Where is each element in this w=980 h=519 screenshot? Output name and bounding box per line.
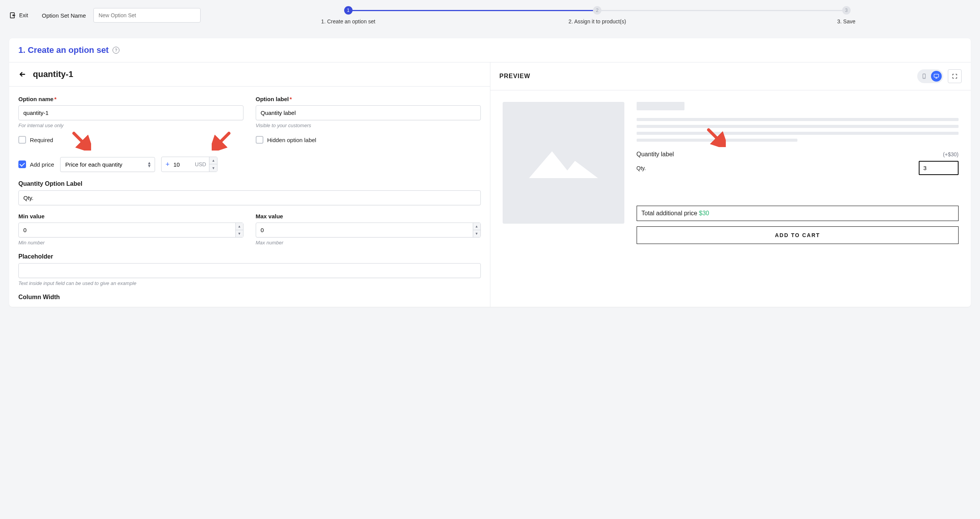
max-value-label: Max value	[256, 213, 481, 219]
preview-title: PREVIEW	[500, 73, 531, 80]
plus-icon: +	[162, 160, 173, 169]
hidden-checkbox[interactable]	[256, 136, 263, 144]
main-card: 1. Create an option set ? quantity-1 Opt…	[9, 38, 971, 307]
option-name-help: For internal use only	[18, 123, 243, 128]
option-set-name-label: Option Set Name	[42, 12, 86, 19]
currency-label: USD	[192, 161, 209, 167]
qty-option-label-heading: Quantity Option Label	[18, 180, 481, 187]
wizard-steps: 1 1. Create an option set 2 2. Assign it…	[224, 6, 971, 25]
skeleton-line	[637, 132, 959, 135]
preview-price-addon: (+$30)	[943, 151, 959, 157]
left-pane: quantity-1 Option name* For internal use…	[9, 62, 490, 307]
add-to-cart-button[interactable]: ADD TO CART	[637, 226, 959, 244]
preview-image-placeholder	[503, 102, 624, 224]
add-price-checkbox[interactable]	[18, 160, 26, 168]
step-label-2: 2. Assign it to product(s)	[568, 18, 626, 25]
placeholder-input[interactable]	[18, 263, 481, 278]
min-help: Min number	[18, 240, 243, 246]
exit-button[interactable]: Exit	[9, 12, 28, 19]
preview-qty-input[interactable]	[919, 161, 959, 175]
preview-quantity-label: Quantity label	[637, 151, 674, 158]
hidden-label: Hidden option label	[267, 137, 316, 143]
step-dot-2: 2	[593, 6, 601, 15]
annotation-arrow	[707, 128, 726, 147]
mobile-view-button[interactable]	[919, 71, 929, 82]
total-additional-price: Total additional price $30	[637, 206, 959, 221]
price-step-up[interactable]: ▲	[209, 157, 217, 164]
skeleton-title	[637, 102, 684, 110]
placeholder-help: Text inside input field can be used to g…	[18, 280, 481, 286]
step-label-3: 3. Save	[837, 18, 855, 25]
min-step-up[interactable]: ▲	[236, 223, 243, 230]
step-dot-3: 3	[842, 6, 851, 15]
svg-rect-7	[934, 74, 939, 77]
option-label-input[interactable]	[256, 105, 481, 120]
step-1[interactable]: 1 1. Create an option set	[224, 6, 473, 25]
exit-label: Exit	[19, 12, 28, 18]
step-2[interactable]: 2 2. Assign it to product(s)	[473, 6, 722, 25]
right-pane: PREVIEW	[490, 62, 971, 307]
svg-marker-8	[529, 151, 598, 178]
max-step-down[interactable]: ▼	[473, 230, 480, 237]
step-label-1: 1. Create an option set	[321, 18, 376, 25]
option-set-name-input[interactable]	[93, 8, 201, 23]
skeleton-line	[637, 125, 959, 128]
card-header: 1. Create an option set ?	[9, 38, 971, 62]
placeholder-label: Placeholder	[18, 253, 481, 260]
option-name-label: Option name*	[18, 96, 243, 102]
required-checkbox[interactable]	[18, 136, 26, 144]
price-step-down[interactable]: ▼	[209, 164, 217, 172]
min-value-input[interactable]	[18, 223, 243, 237]
back-arrow-icon[interactable]	[18, 70, 27, 79]
desktop-view-button[interactable]	[931, 71, 942, 82]
required-label: Required	[30, 137, 53, 143]
exit-icon	[9, 12, 16, 19]
max-help: Max number	[256, 240, 481, 246]
card-title: 1. Create an option set	[18, 45, 109, 55]
price-value-input[interactable]	[173, 158, 192, 171]
step-dot-1: 1	[344, 6, 353, 15]
max-step-up[interactable]: ▲	[473, 223, 480, 230]
option-title: quantity-1	[33, 69, 73, 79]
min-value-label: Min value	[18, 213, 243, 219]
top-bar: Exit Option Set Name 1 1. Create an opti…	[0, 0, 980, 31]
skeleton-line	[637, 118, 959, 121]
add-price-label: Add price	[30, 161, 54, 168]
skeleton-line	[637, 139, 798, 142]
min-step-down[interactable]: ▼	[236, 230, 243, 237]
qty-option-label-input[interactable]	[18, 190, 481, 205]
step-3[interactable]: 3 3. Save	[722, 6, 971, 25]
sub-header: quantity-1	[9, 62, 490, 87]
option-label-label: Option label*	[256, 96, 481, 102]
price-type-select[interactable]	[60, 157, 155, 172]
device-toggle	[917, 69, 943, 83]
max-value-input[interactable]	[256, 223, 481, 237]
fullscreen-button[interactable]	[948, 69, 962, 83]
total-amount: $30	[699, 210, 709, 216]
option-name-input[interactable]	[18, 105, 243, 120]
help-icon[interactable]: ?	[113, 47, 119, 54]
price-input[interactable]: + USD ▲ ▼	[161, 157, 217, 172]
option-label-help: Visible to your customers	[256, 123, 481, 128]
column-width-label: Column Width	[18, 294, 481, 301]
preview-qty-short-label: Qty.	[637, 165, 646, 171]
